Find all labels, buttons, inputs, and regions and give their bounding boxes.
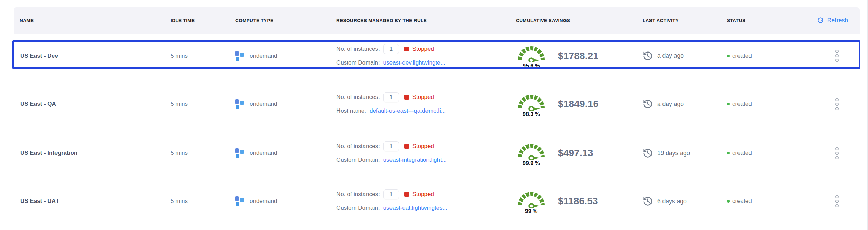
savings-cell: 99.9 % $497.13 <box>510 140 637 166</box>
status-badge: created <box>732 101 752 107</box>
instances-count-badge: 1 <box>383 44 399 54</box>
column-header-compute-type: COMPUTE TYPE <box>230 18 331 23</box>
rule-name: US East - Dev <box>14 53 165 59</box>
savings-amount: $1186.53 <box>558 196 598 207</box>
idle-time: 5 mins <box>165 198 230 205</box>
stopped-square-icon <box>404 47 409 51</box>
idle-time: 5 mins <box>165 101 230 107</box>
rule-name: US East - UAT <box>14 198 165 205</box>
domain-link[interactable]: useast-dev.lightwingte... <box>383 59 445 66</box>
compute-squares-icon <box>235 196 245 206</box>
refresh-label: Refresh <box>827 17 848 24</box>
stopped-square-icon <box>404 192 409 197</box>
gauge-icon <box>516 188 546 208</box>
domain-label: Custom Domain: <box>336 205 380 211</box>
scrollbar-track[interactable] <box>867 0 868 230</box>
resources-cell: No. of instances: 1 Stopped Host name: d… <box>331 90 510 118</box>
history-icon <box>643 99 653 109</box>
column-header-status: STATUS <box>721 18 793 23</box>
status-badge: created <box>732 150 752 157</box>
column-header-idle-time: IDLE TIME <box>165 18 230 23</box>
gauge-icon <box>516 91 546 111</box>
table-header-row: NAME IDLE TIME COMPUTE TYPE RESOURCES MA… <box>14 7 860 34</box>
savings-cell: 95.6 % $1788.21 <box>510 43 637 69</box>
status-dot <box>727 152 730 154</box>
rule-name: US East - Integration <box>14 150 165 157</box>
instances-label: No. of instances: <box>336 191 380 198</box>
rules-table: NAME IDLE TIME COMPUTE TYPE RESOURCES MA… <box>14 7 860 226</box>
domain-label: Custom Domain: <box>336 59 380 66</box>
savings-amount: $497.13 <box>558 148 593 159</box>
savings-percent: 99 % <box>525 208 537 215</box>
gauge-icon <box>516 140 546 160</box>
domain-link[interactable]: useast-integration.light... <box>383 157 447 163</box>
compute-type: ondemand <box>250 150 277 157</box>
savings-amount: $1849.16 <box>558 99 598 110</box>
instances-count-badge: 1 <box>383 92 399 102</box>
compute-type: ondemand <box>250 53 277 59</box>
table-row[interactable]: US East - UAT 5 mins ondemand No. of ins… <box>14 176 860 226</box>
status-dot <box>727 103 730 105</box>
instances-label: No. of instances: <box>336 46 380 53</box>
row-menu-kebab-icon[interactable] <box>833 145 841 161</box>
history-icon <box>643 148 653 158</box>
last-activity: 6 days ago <box>657 198 687 205</box>
table-row[interactable]: US East - Integration 5 mins ondemand No… <box>14 130 860 176</box>
stopped-square-icon <box>404 144 409 149</box>
instance-state: Stopped <box>412 94 434 101</box>
instances-label: No. of instances: <box>336 94 380 101</box>
instances-count-badge: 1 <box>383 189 399 199</box>
column-header-name: NAME <box>14 18 165 23</box>
history-icon <box>643 51 653 61</box>
header-actions-cell: Refresh <box>793 16 860 24</box>
row-menu-kebab-icon[interactable] <box>833 193 841 209</box>
instance-state: Stopped <box>412 46 434 53</box>
savings-percent: 95.6 % <box>523 63 540 69</box>
savings-percent: 99.9 % <box>523 160 540 166</box>
last-activity: a day ago <box>657 101 684 108</box>
column-header-last-activity: LAST ACTIVITY <box>637 18 721 23</box>
resources-cell: No. of instances: 1 Stopped Custom Domai… <box>331 42 510 70</box>
resources-cell: No. of instances: 1 Stopped Custom Domai… <box>331 187 510 215</box>
gauge-icon <box>516 43 546 62</box>
table-row[interactable]: US East - QA 5 mins ondemand No. of inst… <box>14 78 860 130</box>
resources-cell: No. of instances: 1 Stopped Custom Domai… <box>331 139 510 167</box>
row-menu-kebab-icon[interactable] <box>833 96 841 112</box>
instance-state: Stopped <box>412 191 434 198</box>
status-dot <box>727 55 730 57</box>
idle-time: 5 mins <box>165 53 230 59</box>
instances-count-badge: 1 <box>383 141 399 151</box>
savings-cell: 98.3 % $1849.16 <box>510 91 637 117</box>
domain-link[interactable]: default-us-east---qa.demo.li... <box>370 107 446 114</box>
table-row[interactable]: US East - Dev 5 mins ondemand No. of ins… <box>14 34 860 78</box>
instance-state: Stopped <box>412 143 434 150</box>
domain-label: Custom Domain: <box>336 157 380 163</box>
compute-squares-icon <box>235 148 245 158</box>
instances-label: No. of instances: <box>336 143 380 150</box>
savings-percent: 98.3 % <box>523 111 540 117</box>
column-header-savings: CUMULATIVE SAVINGS <box>510 18 637 23</box>
status-badge: created <box>732 198 752 205</box>
column-header-resources: RESOURCES MANAGED BY THE RULE <box>331 18 510 23</box>
status-badge: created <box>732 53 752 59</box>
row-menu-kebab-icon[interactable] <box>833 48 841 64</box>
refresh-icon <box>817 17 824 24</box>
last-activity: a day ago <box>657 52 684 59</box>
idle-time: 5 mins <box>165 150 230 157</box>
compute-squares-icon <box>235 99 245 109</box>
status-dot <box>727 200 730 203</box>
savings-cell: 99 % $1186.53 <box>510 188 637 215</box>
domain-label: Host name: <box>336 107 366 114</box>
history-icon <box>643 196 653 206</box>
compute-type: ondemand <box>250 101 277 107</box>
compute-type: ondemand <box>250 198 277 205</box>
rule-name: US East - QA <box>14 101 165 107</box>
refresh-button[interactable]: Refresh <box>815 16 850 24</box>
savings-amount: $1788.21 <box>558 50 598 61</box>
stopped-square-icon <box>404 95 409 100</box>
compute-squares-icon <box>235 51 245 61</box>
last-activity: 19 days ago <box>657 150 690 157</box>
domain-link[interactable]: useast-uat.lightwingtes... <box>383 205 447 211</box>
